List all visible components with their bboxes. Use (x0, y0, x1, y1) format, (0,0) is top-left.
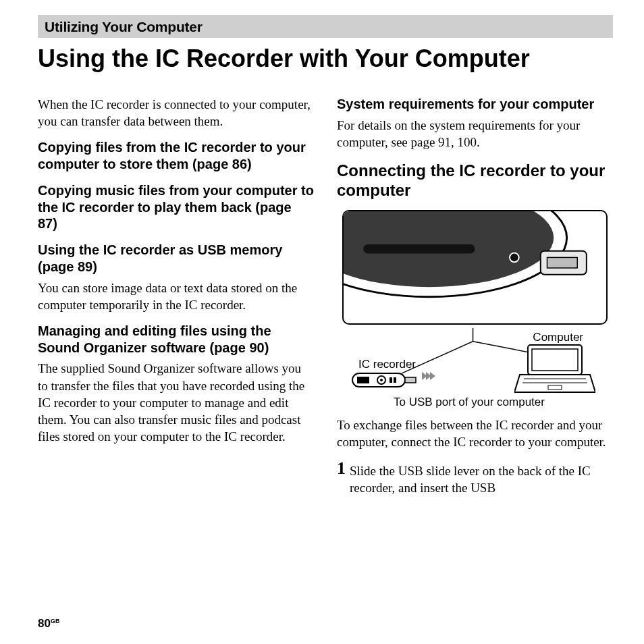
heading-sound-organizer: Managing and editing files using the Sou… (38, 323, 314, 356)
svg-rect-19 (390, 377, 392, 383)
arrow-icon (422, 372, 434, 380)
svg-point-3 (510, 252, 519, 262)
label-usb-port: To USB port of your computer (394, 395, 545, 410)
heading-copy-to-computer: Copying files from the IC recorder to yo… (38, 139, 314, 173)
paragraph-usb-memory: You can store image data or text data st… (38, 279, 314, 313)
step-number: 1 (337, 460, 346, 477)
paragraph-sound-organizer: The supplied Sound Organizer software al… (38, 360, 314, 444)
page-title: Using the IC Recorder with Your Computer (38, 45, 613, 73)
recorder-closeup-icon (344, 211, 606, 323)
two-column-layout: When the IC recorder is connected to you… (38, 96, 613, 496)
section-banner-text: Utilizing Your Computer (45, 19, 606, 35)
heading-system-requirements: System requirements for your computer (337, 96, 613, 113)
paragraph-system-requirements: For details on the system requirements f… (337, 117, 613, 151)
step-1: 1 Slide the USB slide lever on the back … (337, 460, 613, 496)
section-banner: Utilizing Your Computer (38, 15, 613, 38)
svg-rect-20 (394, 377, 396, 383)
page-number: 80 (38, 617, 51, 630)
svg-rect-14 (548, 385, 562, 390)
svg-rect-5 (547, 257, 577, 268)
region-code: GB (51, 618, 60, 624)
left-column: When the IC recorder is connected to you… (38, 96, 314, 496)
svg-point-18 (380, 379, 383, 381)
page-footer: 80GB (38, 617, 59, 630)
ic-recorder-icon (352, 371, 418, 390)
step-text: Slide the USB slide lever on the back of… (350, 460, 613, 496)
laptop-icon (514, 344, 595, 396)
heading-copy-music: Copying music files from your computer t… (38, 182, 314, 232)
intro-paragraph: When the IC recorder is connected to you… (38, 96, 314, 130)
connection-figure (342, 210, 608, 325)
figure-labels: Computer IC recorder (342, 327, 608, 410)
svg-rect-10 (532, 349, 578, 371)
heading-connecting: Connecting the IC recorder to your compu… (337, 161, 613, 200)
right-column: System requirements for your computer Fo… (337, 96, 613, 496)
svg-rect-2 (363, 244, 475, 254)
svg-rect-21 (405, 377, 416, 383)
heading-usb-memory: Using the IC recorder as USB memory (pag… (38, 242, 314, 275)
svg-rect-16 (357, 377, 369, 383)
paragraph-exchange-files: To exchange files between the IC recorde… (337, 417, 613, 450)
